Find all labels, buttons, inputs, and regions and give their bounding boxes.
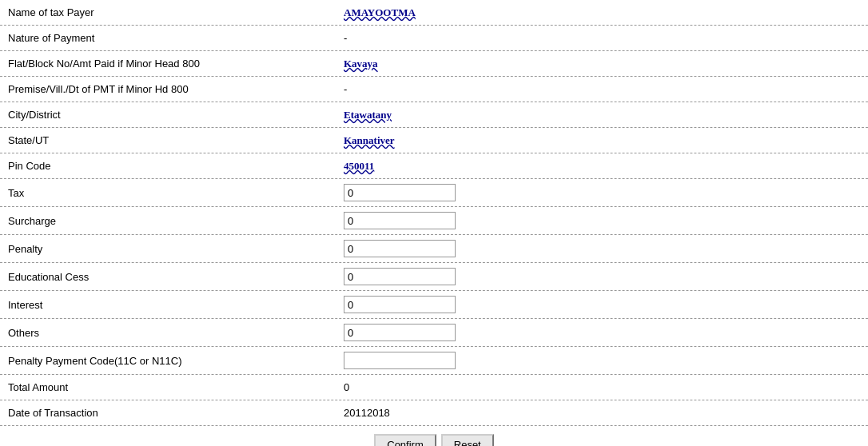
input-educational-cess[interactable] <box>344 268 456 285</box>
label-pin-code: Pin Code <box>8 160 344 172</box>
row-educational-cess: Educational Cess <box>0 263 868 291</box>
form-container: Name of tax PayerAMAYOOTMANature of Paym… <box>0 0 868 446</box>
input-interest[interactable] <box>344 296 456 313</box>
row-surcharge: Surcharge <box>0 207 868 235</box>
label-others: Others <box>8 327 344 339</box>
label-penalty: Penalty <box>8 243 344 255</box>
input-tax[interactable] <box>344 184 456 201</box>
input-penalty-payment-code[interactable] <box>344 352 456 369</box>
label-penalty-payment-code: Penalty Payment Code(11C or N11C) <box>8 355 344 367</box>
input-others[interactable] <box>344 324 456 341</box>
input-surcharge[interactable] <box>344 212 456 229</box>
row-penalty: Penalty <box>0 235 868 263</box>
row-tax: Tax <box>0 179 868 207</box>
label-surcharge: Surcharge <box>8 215 344 227</box>
value-date-of-transaction: 20112018 <box>344 407 390 419</box>
row-state-ut: State/UTKannativer <box>0 128 868 153</box>
row-interest: Interest <box>0 291 868 319</box>
label-date-of-transaction: Date of Transaction <box>8 407 344 419</box>
label-state-ut: State/UT <box>8 134 344 146</box>
value-name-of-tax-payer: AMAYOOTMA <box>344 6 416 18</box>
input-penalty[interactable] <box>344 240 456 257</box>
row-premise-vill: Premise/Vill./Dt of PMT if Minor Hd 800- <box>0 77 868 102</box>
row-date-of-transaction: Date of Transaction20112018 <box>0 400 868 426</box>
value-premise-vill: - <box>344 83 347 95</box>
value-state-ut: Kannativer <box>344 134 395 146</box>
confirm-button[interactable]: Confirm <box>374 434 436 446</box>
label-city-district: City/District <box>8 109 344 121</box>
row-nature-of-payment: Nature of Payment- <box>0 26 868 51</box>
value-flat-block: Kavaya <box>344 58 378 70</box>
label-total-amount: Total Amount <box>8 381 344 393</box>
row-others: Others <box>0 319 868 347</box>
value-total-amount: 0 <box>344 381 349 393</box>
value-city-district: Etawatany <box>344 109 392 121</box>
row-name-of-tax-payer: Name of tax PayerAMAYOOTMA <box>0 0 868 26</box>
reset-button[interactable]: Reset <box>441 434 494 446</box>
row-total-amount: Total Amount0 <box>0 375 868 400</box>
value-nature-of-payment: - <box>344 32 347 44</box>
label-tax: Tax <box>8 187 344 199</box>
label-educational-cess: Educational Cess <box>8 271 344 283</box>
row-flat-block: Flat/Block No/Amt Paid if Minor Head 800… <box>0 51 868 77</box>
buttons-row: Confirm Reset <box>0 426 868 446</box>
label-premise-vill: Premise/Vill./Dt of PMT if Minor Hd 800 <box>8 83 344 95</box>
row-city-district: City/DistrictEtawatany <box>0 102 868 128</box>
row-pin-code: Pin Code450011 <box>0 153 868 179</box>
label-name-of-tax-payer: Name of tax Payer <box>8 6 344 18</box>
value-pin-code: 450011 <box>344 160 374 172</box>
row-penalty-payment-code: Penalty Payment Code(11C or N11C) <box>0 347 868 375</box>
label-nature-of-payment: Nature of Payment <box>8 32 344 44</box>
label-interest: Interest <box>8 299 344 311</box>
label-flat-block: Flat/Block No/Amt Paid if Minor Head 800 <box>8 58 344 70</box>
